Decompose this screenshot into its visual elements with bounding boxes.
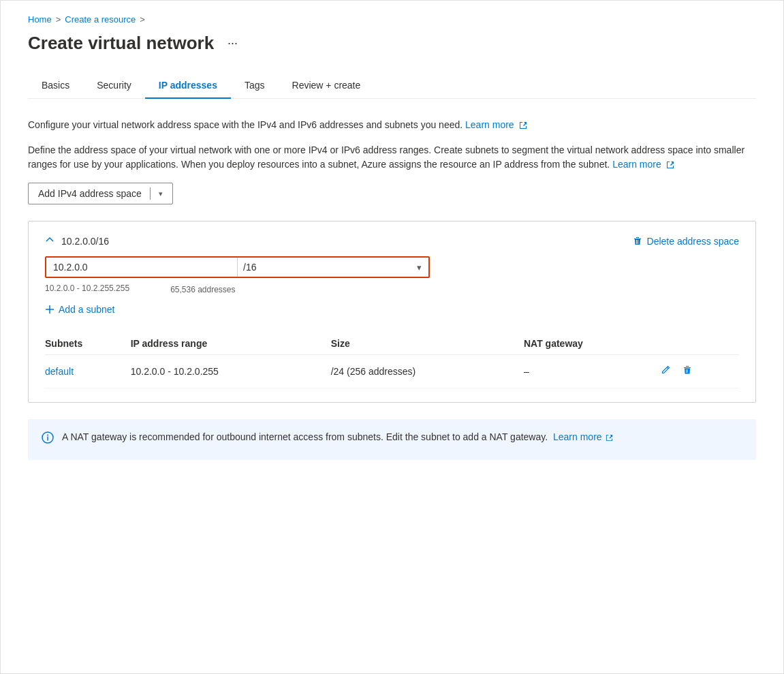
prefix-dropdown-button[interactable]: ▾	[279, 258, 428, 277]
add-ipv4-address-space-button[interactable]: Add IPv4 address space ▾	[28, 183, 173, 204]
subnet-ip-range-cell: 10.2.0.0 - 10.2.0.255	[131, 355, 331, 388]
breadcrumb-sep1: >	[56, 14, 61, 25]
page-title: Create virtual network	[28, 33, 214, 54]
tab-basics[interactable]: Basics	[28, 73, 83, 99]
info-banner: A NAT gateway is recommended for outboun…	[28, 419, 756, 460]
info-banner-text: A NAT gateway is recommended for outboun…	[62, 430, 613, 444]
breadcrumb-sep2: >	[140, 14, 145, 25]
actions-col-header	[659, 333, 739, 355]
table-row: default 10.2.0.0 - 10.2.0.255 /24 (256 a…	[45, 355, 739, 388]
subnets-col-header: Subnets	[45, 333, 131, 355]
tab-ip-addresses[interactable]: IP addresses	[145, 73, 231, 99]
external-link-icon-2	[666, 161, 674, 169]
breadcrumb-create-resource[interactable]: Create a resource	[65, 14, 136, 25]
tab-bar: Basics Security IP addresses Tags Review…	[28, 73, 756, 99]
subnet-size-cell: /24 (256 addresses)	[331, 355, 524, 388]
address-space-card: 10.2.0.0/16 Delete address space ▾	[28, 221, 756, 403]
address-card-header: 10.2.0.0/16 Delete address space	[45, 235, 739, 247]
ip-address-input[interactable]	[46, 258, 237, 277]
subnet-actions-cell	[659, 355, 739, 388]
external-link-icon-3	[606, 434, 613, 442]
add-subnet-button[interactable]: Add a subnet	[45, 300, 115, 319]
svg-point-1	[47, 435, 48, 436]
trash-icon	[632, 236, 643, 247]
tab-tags[interactable]: Tags	[231, 73, 279, 99]
learn-more-link-2[interactable]: Learn more	[612, 159, 674, 170]
subnet-nat-gateway-cell: –	[524, 355, 659, 388]
edit-subnet-button[interactable]	[659, 363, 672, 380]
info-icon	[42, 431, 54, 449]
breadcrumb: Home > Create a resource >	[28, 14, 756, 25]
prefix-input[interactable]	[238, 258, 279, 277]
ip-range-col-header: IP address range	[131, 333, 331, 355]
delete-address-space-button[interactable]: Delete address space	[632, 236, 739, 247]
breadcrumb-home[interactable]: Home	[28, 14, 52, 25]
collapse-icon[interactable]	[45, 235, 54, 247]
ellipsis-button[interactable]: ···	[223, 35, 242, 52]
address-range-text: 10.2.0.0 - 10.2.255.255	[45, 284, 129, 293]
size-col-header: Size	[331, 333, 524, 355]
description-line1: Configure your virtual network address s…	[28, 118, 756, 132]
subnets-table: Subnets IP address range Size NAT gatewa…	[45, 333, 739, 388]
delete-icon	[682, 365, 693, 376]
address-count-text: 65,536 addresses	[170, 285, 235, 294]
prefix-chevron-icon: ▾	[417, 262, 422, 273]
nat-gateway-col-header: NAT gateway	[524, 333, 659, 355]
learn-more-link-1[interactable]: Learn more	[465, 119, 527, 130]
range-col: 10.2.0.0 - 10.2.255.255	[45, 284, 129, 296]
ip-prefix-input-row: ▾	[45, 256, 430, 278]
description-line2: Define the address space of your virtual…	[28, 143, 756, 172]
address-count-col: 65,536 addresses	[170, 284, 235, 296]
plus-icon	[45, 305, 54, 314]
delete-subnet-button[interactable]	[680, 363, 694, 380]
tab-security[interactable]: Security	[83, 73, 145, 99]
external-link-icon-1	[519, 121, 527, 129]
dropdown-chevron-icon: ▾	[159, 189, 163, 198]
address-cidr-label: 10.2.0.0/16	[61, 236, 109, 247]
range-info-row: 10.2.0.0 - 10.2.255.255 65,536 addresses	[45, 284, 739, 296]
address-header-left: 10.2.0.0/16	[45, 235, 109, 247]
page-title-row: Create virtual network ···	[28, 33, 756, 54]
tab-review-create[interactable]: Review + create	[279, 73, 375, 99]
prefix-select-wrapper: ▾	[237, 258, 428, 277]
info-banner-learn-more-link[interactable]: Learn more	[553, 431, 613, 442]
pencil-icon	[660, 365, 671, 376]
subnet-name-cell[interactable]: default	[45, 355, 131, 388]
button-divider	[150, 187, 151, 200]
action-icons	[659, 363, 739, 380]
